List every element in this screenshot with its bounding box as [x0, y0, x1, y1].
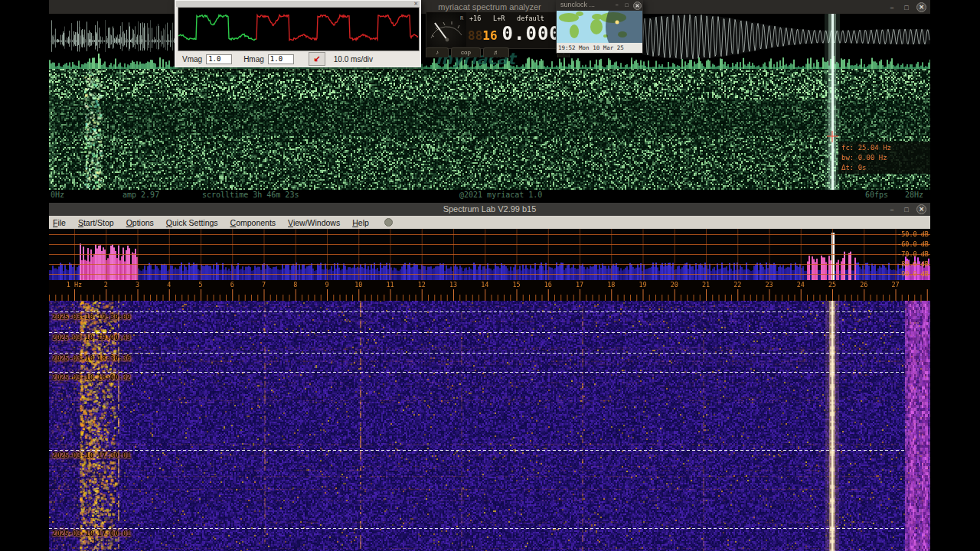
menu-quick-settings[interactable]: Quick Settings [166, 218, 218, 227]
record-indicator-dot[interactable] [384, 218, 393, 227]
db-axis-label: -90.0 dB [897, 271, 929, 278]
minimize-icon[interactable]: − [613, 2, 620, 8]
desktop: { "myriacat": { "title": "myriacat spect… [0, 0, 980, 551]
waterfall-timestamp: 2025-03-10 17:30:01 [52, 452, 131, 459]
frequency-tick-label: 24 [797, 281, 805, 289]
tab-note-icon[interactable]: ♪ [426, 47, 449, 57]
close-icon[interactable]: ✕ [633, 2, 642, 10]
minimize-icon[interactable]: − [887, 205, 897, 214]
hmag-input[interactable] [268, 54, 294, 64]
spectrum-lab-titlebar[interactable]: Spectrum Lab V2.99 b15 − □ ✕ [49, 203, 930, 216]
frequency-tick-label: 4 [167, 281, 171, 289]
frequency-tick-label: 1 Hz [67, 281, 82, 289]
frequency-tick-label: 19 [639, 281, 646, 289]
frequency-tick-label: 23 [765, 281, 773, 289]
frequency-tick-label: 21 [702, 281, 710, 289]
db-axis-label: -80.0 dB [897, 261, 929, 268]
frequency-tick-label: 17 [576, 281, 583, 289]
tab-cop[interactable]: cop [451, 47, 481, 57]
spectrum-lab-window-title: Spectrum Lab V2.99 b15 [49, 203, 930, 216]
menu-start-stop[interactable]: Start/Stop [78, 218, 114, 227]
frequency-tick-label: 18 [607, 281, 615, 289]
frequency-tick-label: 14 [481, 281, 488, 289]
close-icon[interactable]: ✕ [413, 1, 418, 7]
oscilloscope-titlebar[interactable]: ✕ [176, 1, 420, 7]
frequency-tick-label: 15 [512, 281, 520, 289]
close-icon[interactable]: ✕ [916, 2, 926, 12]
frequency-tick-label: 2 [104, 281, 108, 289]
sunclock-datetime: 19:52 Mon 10 Mar 25 [557, 43, 642, 53]
analyzer-meter-panel: R +16 L+R default 275 88 16 0.000 000 kH… [426, 11, 571, 49]
frequency-value: 0.000 [502, 24, 561, 44]
db-axis-label: -50.0 dB [897, 231, 929, 238]
status-amplitude: amp 2.97 [122, 191, 159, 199]
frequency-tick-label: 20 [671, 281, 678, 289]
spectrum-lab-window: Spectrum Lab V2.99 b15 − □ ✕ FileStart/S… [49, 203, 930, 551]
spectrum-graph-pane: -50.0 dB-60.0 dB-70.0 dB-80.0 dB-90.0 dB [49, 229, 930, 280]
sunclock-titlebar[interactable]: sunclock ... − □ ✕ [556, 0, 643, 11]
world-map-display [557, 11, 642, 43]
menu-components[interactable]: Components [230, 218, 276, 227]
vmag-input[interactable] [206, 54, 232, 64]
menu-view-windows[interactable]: View/Windows [288, 218, 340, 227]
frequency-tick-label: 13 [449, 281, 457, 289]
frequency-tick-label: 12 [418, 281, 426, 289]
waterfall-timestamp: 2025-03-10 19:00:43 [52, 334, 131, 341]
waterfall-timestamp: 2025-03-10 19:30:00 [52, 313, 131, 321]
maximize-icon[interactable]: □ [623, 2, 630, 8]
timebase-label: 10.0 ms/div [334, 55, 373, 64]
waterfall-pane: 2025-03-10 19:30:002025-03-10 19:00:4320… [49, 301, 930, 551]
gain-value: +16 [469, 15, 481, 22]
waterfall-timestamp: 2025-03-10 17:00:01 [52, 530, 131, 537]
frequency-tick-label: 25 [828, 281, 836, 289]
frequency-tick-label: 27 [891, 281, 899, 289]
frequency-tick-label: 7 [262, 281, 266, 289]
cursor-delta-time: Δt: 0s [841, 163, 927, 173]
db-axis-label: -70.0 dB [897, 251, 929, 258]
oscilloscope-trace-display [178, 7, 420, 51]
frequency-tick-label: 3 [136, 281, 139, 289]
analyzer-tab-strip: ♪ cop ♬ i [426, 47, 570, 57]
waterfall-timestamp: 2025-03-10 18:00:32 [52, 373, 131, 381]
analog-vu-meter: R [426, 12, 466, 47]
vmag-label: Vmag [182, 55, 202, 64]
cursor-readout-box: fc: 25.04 Hz bw: 0.00 Hz Δt: 0s [838, 142, 930, 174]
status-scrolltime: scrolltime 3h 46m 23s [202, 191, 299, 199]
frequency-tick-label: 22 [733, 281, 741, 289]
menu-file[interactable]: File [53, 218, 66, 227]
hmag-label: Hmag [243, 55, 264, 64]
maximize-icon[interactable]: □ [902, 205, 911, 214]
sunclock-title: sunclock ... [560, 1, 595, 8]
status-samplerate: 28Hz [905, 191, 923, 199]
sunclock-window: sunclock ... − □ ✕ 19:52 Mon 10 Mar 25 [556, 0, 643, 54]
minimize-icon[interactable]: − [887, 3, 897, 12]
frequency-tick-label: 16 [544, 281, 552, 289]
spectrum-graph-display[interactable] [49, 229, 930, 280]
frequency-tick-label: 8 [293, 281, 297, 289]
spectrum-lab-menubar: FileStart/StopOptionsQuick SettingsCompo… [49, 216, 930, 229]
status-left-frequency: 0Hz [51, 191, 64, 199]
oscilloscope-window: ✕ Vmag Hmag ↙ 10.0 ms/div [175, 0, 421, 67]
oscilloscope-controls: Vmag Hmag ↙ 10.0 ms/div [176, 51, 420, 67]
close-icon[interactable]: ✕ [916, 204, 926, 214]
menu-options[interactable]: Options [126, 218, 154, 227]
waterfall-timestamp: 2025-03-10 18:30:36 [52, 354, 131, 362]
channel-mode: L+R [493, 15, 505, 22]
cursor-frequency: fc: 25.04 Hz [841, 143, 927, 153]
frequency-ruler: 1 Hz234567891011121314151617181920212223… [49, 280, 930, 301]
frequency-tick-label: 10 [354, 281, 362, 289]
vu-needle-icon: R [426, 12, 466, 47]
frequency-tick-label: 11 [386, 281, 394, 289]
tab-note2-icon[interactable]: ♬ [483, 47, 509, 57]
frequency-tick-label: 9 [325, 281, 328, 289]
myriacat-window-controls: − □ ✕ [887, 2, 926, 12]
menu-help[interactable]: Help [352, 218, 369, 227]
status-fps: 60fps [865, 191, 888, 199]
waterfall-display[interactable] [49, 301, 930, 551]
meter-settings-row: +16 L+R default 275 [469, 15, 568, 22]
maximize-icon[interactable]: □ [902, 3, 911, 12]
svg-text:R: R [460, 15, 464, 21]
myriacat-statusbar: 0Hz amp 2.97 scrolltime 3h 46m 23s @2021… [49, 190, 930, 201]
led-lit-digits: 16 [482, 28, 497, 43]
trigger-arrow-button[interactable]: ↙ [309, 52, 325, 66]
